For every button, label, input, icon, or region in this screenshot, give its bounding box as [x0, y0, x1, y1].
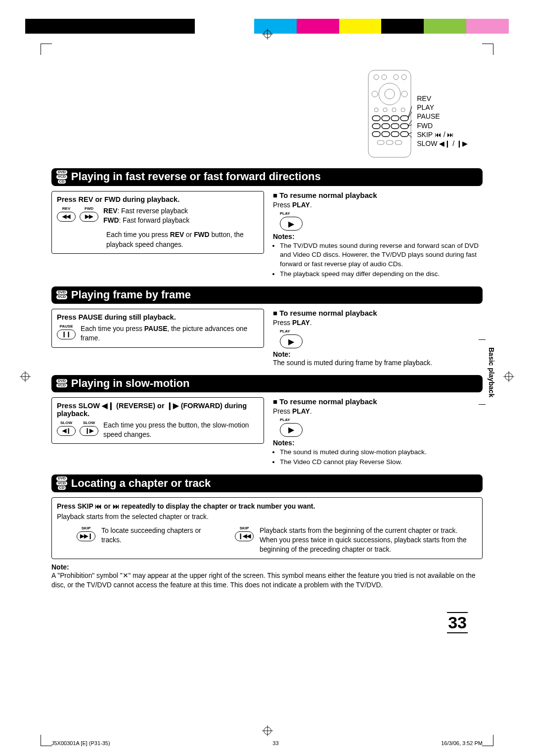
section-title-text: Playing in fast reverse or fast forward …: [71, 170, 321, 183]
svg-rect-36: [400, 132, 408, 137]
instruction-box: Press REV or FWD during playback. REV ◀◀…: [51, 191, 264, 254]
notes-list: The sound is muted during slow-motion pl…: [273, 448, 483, 467]
svg-point-19: [372, 91, 378, 97]
crop-mark: [482, 735, 493, 746]
side-tab: Basic playback: [487, 345, 496, 399]
registration-mark-icon: [503, 371, 514, 382]
registration-mark-icon: [262, 725, 273, 736]
registration-mark-icon: [262, 29, 273, 40]
remote-labels: REV PLAY PAUSE FWD SKIP ⏮ / ⏭ SLOW ◀❙ / …: [417, 94, 468, 148]
resume-heading: To resume normal playback: [273, 191, 483, 199]
final-note-head: Note:: [51, 563, 483, 571]
registration-mark-icon: [20, 371, 31, 382]
svg-rect-35: [391, 132, 399, 137]
resume-heading: To resume normal playback: [273, 397, 483, 406]
instruction-box: Press PAUSE during still playback. PAUSE…: [51, 309, 264, 348]
play-button-icon: ▶: [280, 217, 303, 231]
crop-mark: [41, 44, 52, 55]
svg-rect-37: [377, 141, 384, 144]
pause-button-icon: PAUSE ❙❙: [57, 324, 76, 339]
play-button-icon: ▶: [280, 423, 303, 437]
section-title-text: Playing in slow-motion: [71, 377, 190, 390]
crop-mark: [41, 735, 52, 746]
final-note-body: A "Prohibition" symbol "✕" may appear at…: [51, 571, 483, 590]
svg-rect-34: [382, 132, 390, 137]
crop-mark: [482, 44, 493, 55]
slow-forward-icon: SLOW ❙▶: [80, 421, 98, 436]
section-heading-fast: DVDVCDCD Playing in fast reverse or fast…: [51, 168, 483, 186]
svg-rect-29: [372, 124, 380, 129]
svg-rect-28: [400, 116, 408, 121]
footer: J5X00301A [E] (P31-35) 33 16/3/06, 3:52 …: [51, 740, 483, 746]
svg-point-23: [392, 108, 396, 112]
section-heading-locate: DVDVCDCD Locating a chapter or track: [51, 474, 483, 492]
svg-rect-33: [372, 132, 380, 137]
play-label: PLAY: [280, 211, 483, 216]
svg-rect-31: [391, 124, 399, 129]
skip-forward-text: To locate succeeding chapters or tracks.: [101, 526, 220, 555]
notes-list: The TV/DVD mutes sound during reverse an…: [273, 241, 483, 279]
skip-forward-icon: SKIP ▶▶❙: [77, 526, 95, 555]
disc-badge: DVDVCD: [56, 290, 67, 299]
svg-point-22: [383, 108, 387, 112]
side-tab-frame: [479, 339, 486, 405]
play-button-icon: ▶: [280, 334, 303, 348]
svg-rect-38: [386, 141, 393, 144]
svg-point-18: [385, 89, 395, 99]
rev-button-icon: REV ◀◀: [57, 206, 76, 222]
slow-description: Each time you press the button, the slow…: [103, 421, 259, 440]
resume-heading: To resume normal playback: [273, 309, 483, 317]
svg-rect-27: [391, 116, 399, 121]
fwd-button-icon: FWD ▶▶: [80, 206, 98, 222]
page-number: 33: [447, 612, 468, 633]
disc-badge: DVDVCDCD: [56, 170, 67, 184]
svg-point-20: [401, 91, 407, 97]
section-title-text: Playing frame by frame: [71, 288, 191, 301]
instruction-box: Press SKIP ⏮ or ⏭ repeatedly to display …: [51, 497, 483, 559]
speed-change-note: Each time you press REV or FWD button, t…: [106, 230, 259, 249]
remote-diagram: REV PLAY PAUSE FWD SKIP ⏮ / ⏭ SLOW ◀❙ / …: [367, 69, 468, 158]
skip-back-text: Playback starts from the beginning of th…: [260, 526, 477, 555]
svg-rect-39: [395, 141, 402, 144]
rev-fwd-description: REV: Fast reverse playbackFWD: Fast forw…: [103, 206, 189, 226]
svg-line-44: [408, 132, 412, 134]
disc-badge: DVDVCDCD: [56, 476, 67, 490]
slow-reverse-icon: SLOW ◀❙: [57, 421, 76, 436]
section-heading-frame: DVDVCD Playing frame by frame: [51, 286, 483, 304]
note-text: The sound is muted during frame by frame…: [273, 358, 483, 368]
svg-rect-25: [372, 116, 380, 121]
svg-point-13: [374, 75, 379, 80]
svg-point-15: [394, 75, 399, 80]
svg-point-14: [382, 75, 387, 80]
instruction-box: Press SLOW ◀❙ (REVERSE) or ❙▶ (FORWARD) …: [51, 397, 264, 444]
svg-point-16: [401, 75, 406, 80]
section-title-text: Locating a chapter or track: [71, 477, 211, 490]
svg-point-24: [401, 108, 405, 112]
slow-instruction-head: Press SLOW ◀❙ (REVERSE) or ❙▶ (FORWARD) …: [57, 402, 259, 418]
pause-description: Each time you press PAUSE, the picture a…: [81, 324, 259, 343]
svg-rect-32: [400, 124, 408, 129]
skip-back-icon: SKIP ❙◀◀: [235, 526, 254, 555]
svg-rect-26: [382, 116, 390, 121]
disc-badge: DVDVCD: [56, 379, 67, 388]
svg-point-17: [379, 83, 400, 105]
svg-line-45: [408, 134, 412, 140]
svg-rect-30: [382, 124, 390, 129]
section-heading-slow: DVDVCD Playing in slow-motion: [51, 375, 483, 392]
svg-point-21: [374, 108, 378, 112]
